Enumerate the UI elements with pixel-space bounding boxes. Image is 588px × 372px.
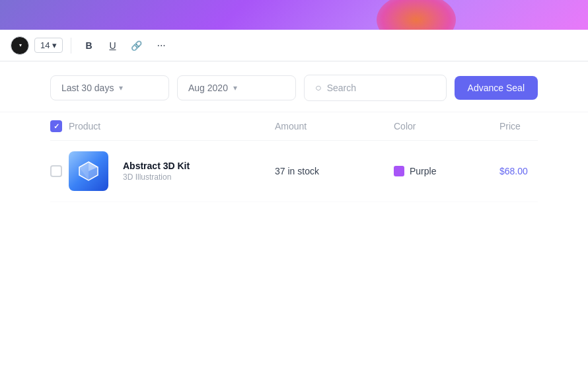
price-column-header: Price bbox=[499, 121, 521, 131]
search-bar[interactable]: ○ Search bbox=[304, 75, 447, 101]
font-size-button[interactable]: 14 ▾ bbox=[34, 38, 63, 53]
month-dropdown[interactable]: Aug 2020 ▾ bbox=[177, 75, 296, 100]
product-column-header: Product bbox=[69, 121, 100, 131]
date-range-dropdown[interactable]: Last 30 days ▾ bbox=[50, 75, 169, 100]
color-label: Purple bbox=[410, 166, 436, 176]
table-row: Abstract 3D Kit 3D Illustration 37 in st… bbox=[50, 141, 538, 202]
color-swatch bbox=[394, 166, 404, 176]
search-icon: ○ bbox=[315, 82, 322, 94]
top-banner bbox=[0, 0, 588, 30]
toolbar: 14 ▾ B U 🔗 ··· bbox=[0, 30, 588, 61]
main-content: Last 30 days ▾ Aug 2020 ▾ ○ Search Advan… bbox=[0, 61, 588, 372]
chevron-down-icon: ▾ bbox=[119, 83, 123, 93]
advance-search-button[interactable]: Advance Seal bbox=[455, 76, 538, 100]
font-size-value: 14 bbox=[40, 40, 50, 50]
table-header: Product Amount Color Price bbox=[50, 112, 538, 141]
product-thumbnail-icon bbox=[77, 159, 100, 183]
underline-button[interactable]: U bbox=[103, 36, 122, 55]
column-product: Product bbox=[50, 120, 275, 132]
price-value: $68.00 bbox=[499, 166, 528, 176]
product-thumbnail bbox=[69, 151, 108, 191]
product-name: Abstract 3D Kit bbox=[123, 161, 190, 171]
amount-column-header: Amount bbox=[275, 121, 307, 131]
link-button[interactable]: 🔗 bbox=[127, 36, 145, 55]
row-checkbox[interactable] bbox=[50, 165, 62, 177]
search-placeholder: Search bbox=[327, 83, 356, 93]
column-amount: Amount bbox=[275, 120, 394, 132]
month-label: Aug 2020 bbox=[188, 83, 228, 93]
toolbar-divider bbox=[71, 38, 71, 54]
column-color: Color bbox=[394, 120, 499, 132]
product-info: Abstract 3D Kit 3D Illustration bbox=[123, 161, 190, 182]
price-cell: $68.00 bbox=[499, 165, 566, 177]
select-all-checkbox[interactable] bbox=[50, 120, 62, 132]
filter-bar: Last 30 days ▾ Aug 2020 ▾ ○ Search Advan… bbox=[0, 61, 588, 112]
link-icon: 🔗 bbox=[131, 40, 142, 51]
bold-button[interactable]: B bbox=[79, 36, 98, 55]
column-price: Price bbox=[499, 120, 566, 132]
amount-value: 37 in stock bbox=[275, 166, 319, 176]
date-range-label: Last 30 days bbox=[61, 83, 114, 93]
product-subtitle: 3D Illustration bbox=[123, 172, 190, 182]
color-cell: Purple bbox=[394, 166, 499, 176]
more-options-button[interactable]: ··· bbox=[151, 37, 171, 54]
color-picker-button[interactable] bbox=[11, 36, 29, 55]
products-table: Product Amount Color Price bbox=[0, 112, 588, 202]
color-swatch-container: Purple bbox=[394, 166, 499, 176]
product-cell: Abstract 3D Kit 3D Illustration bbox=[50, 151, 275, 191]
font-size-chevron: ▾ bbox=[52, 40, 57, 50]
amount-cell: 37 in stock bbox=[275, 165, 394, 177]
color-column-header: Color bbox=[394, 121, 416, 131]
chevron-down-icon: ▾ bbox=[233, 83, 237, 93]
